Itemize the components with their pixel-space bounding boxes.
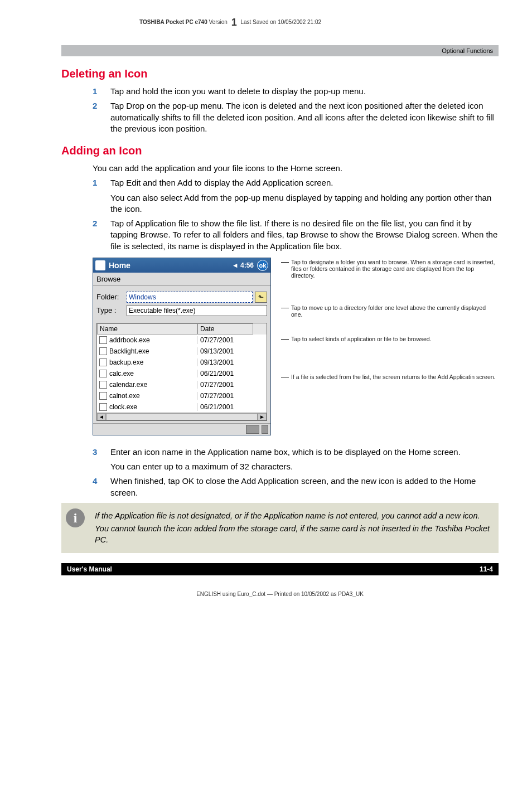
annotation-folder: Tap to designate a folder you want to br… — [281, 259, 499, 279]
file-icon — [99, 347, 107, 355]
scroll-right-button[interactable]: ► — [258, 413, 267, 420]
table-row[interactable]: addrbook.exe07/27/2001 — [97, 335, 267, 346]
step-text: When finished, tap OK to close the Add A… — [110, 476, 499, 498]
file-date: 09/13/2001 — [197, 358, 253, 366]
scroll-left-button[interactable]: ◄ — [97, 413, 106, 420]
table-row[interactable]: calendar.exe07/27/2001 — [97, 379, 267, 390]
step-text: Enter an icon name in the Application na… — [110, 447, 499, 458]
file-name: calnot.exe — [109, 392, 140, 400]
saved-info: Last Saved on 10/05/2002 21:02 — [240, 19, 321, 25]
type-label: Type : — [96, 306, 127, 314]
folder-label: Folder: — [96, 293, 127, 301]
step-number: 2 — [93, 218, 103, 252]
annotation-fileselect: If a file is selected from the list, the… — [281, 374, 499, 380]
adding-title: Adding an Icon — [61, 144, 499, 157]
list-item: 1 Tap and hold the icon you want to dele… — [93, 86, 499, 97]
step-number: 1 — [93, 86, 103, 97]
footer-left: User's Manual — [67, 565, 112, 573]
file-icon — [99, 381, 107, 389]
file-name: addrbook.exe — [109, 336, 150, 344]
step-number: 3 — [93, 447, 103, 473]
folder-dropdown[interactable] — [127, 292, 253, 303]
list-item: 4 When finished, tap OK to close the Add… — [93, 476, 499, 498]
file-date: 09/13/2001 — [197, 347, 253, 355]
titlebar: Home ◄ 4:56 ok — [93, 258, 270, 273]
type-dropdown[interactable] — [127, 305, 267, 316]
table-row[interactable]: calc.exe06/21/2001 — [97, 368, 267, 379]
step-number: 1 — [93, 177, 103, 215]
col-header-date[interactable]: Date — [197, 323, 253, 335]
step-text: Tap Edit and then Add to display the Add… — [110, 177, 499, 188]
version-label: Version — [209, 19, 228, 25]
step-text: Tap of Application file to show the file… — [110, 218, 499, 252]
file-date: 06/21/2001 — [197, 370, 253, 377]
window-title: Home — [109, 261, 130, 270]
sip-arrow-icon[interactable] — [262, 425, 268, 434]
file-date: 07/27/2001 — [197, 381, 253, 389]
note-text-2: You cannot launch the icon added from th… — [95, 524, 491, 545]
list-item: 2 Tap Drop on the pop-up menu. The icon … — [93, 100, 499, 134]
file-icon — [99, 358, 107, 366]
file-date: 07/27/2001 — [197, 336, 253, 344]
speaker-icon[interactable]: ◄ — [232, 261, 239, 269]
deleting-title: Deleting an Icon — [61, 67, 499, 80]
folder-up-icon: ⬑ — [258, 293, 264, 301]
callout-annotations: Tap to designate a folder you want to br… — [281, 258, 499, 435]
step-text: Tap and hold the icon you want to delete… — [110, 86, 499, 97]
file-icon — [99, 336, 107, 344]
h-scrollbar[interactable] — [106, 413, 258, 420]
start-icon[interactable] — [95, 260, 105, 270]
intro-text: You can add the application and your fil… — [93, 163, 499, 174]
file-icon — [99, 370, 107, 377]
file-icon — [99, 403, 107, 411]
clock-time: ◄ 4:56 — [232, 261, 254, 269]
table-row[interactable]: clock.exe06/21/2001 — [97, 401, 267, 413]
browse-header: Browse — [93, 273, 270, 286]
footer-bar: User's Manual 11-4 — [61, 563, 499, 575]
file-name: clock.exe — [109, 403, 137, 411]
file-name: Backlight.exe — [109, 347, 149, 355]
step-number: 4 — [93, 476, 103, 498]
list-item: 3 Enter an icon name in the Application … — [93, 447, 499, 473]
annotation-up: Tap to move up to a directory folder one… — [281, 304, 499, 318]
footer-right: 11-4 — [480, 565, 493, 573]
list-item: 1 Tap Edit and then Add to display the A… — [93, 177, 499, 215]
note-box: i If the Application file is not designa… — [61, 503, 499, 554]
section-banner: Optional Functions — [61, 45, 499, 56]
step-extra: You can enter up to a maximum of 32 char… — [110, 461, 499, 472]
step-text: Tap Drop on the pop-up menu. The icon is… — [110, 100, 499, 134]
browse-dialog-screenshot: Home ◄ 4:56 ok Browse Folder: ⬑ Type : — [93, 258, 271, 435]
info-icon: i — [66, 508, 85, 527]
file-list[interactable]: addrbook.exe07/27/2001Backlight.exe09/13… — [97, 335, 267, 413]
file-name: calendar.exe — [109, 381, 147, 389]
step-number: 2 — [93, 100, 103, 134]
keyboard-icon[interactable] — [246, 425, 259, 434]
table-row[interactable]: Backlight.exe09/13/2001 — [97, 346, 267, 357]
version-number: 1 — [231, 17, 237, 28]
note-text-1: If the Application file is not designate… — [95, 511, 491, 522]
product-name: TOSHIBA Pocket PC e740 — [139, 19, 207, 25]
step-extra: You can also select Add from the pop-up … — [110, 192, 499, 215]
table-row[interactable]: backup.exe09/13/2001 — [97, 357, 267, 368]
folder-up-button[interactable]: ⬑ — [255, 292, 267, 303]
file-icon — [99, 392, 107, 400]
file-date: 06/21/2001 — [197, 403, 253, 411]
table-row[interactable]: calnot.exe07/27/2001 — [97, 390, 267, 401]
footer-printinfo: ENGLISH using Euro_C.dot — Printed on 10… — [61, 591, 499, 597]
file-date: 07/27/2001 — [197, 392, 253, 400]
annotation-type: Tap to select kinds of application or fi… — [281, 336, 499, 342]
document-header: TOSHIBA Pocket PC e740 Version 1 Last Sa… — [139, 17, 499, 28]
file-name: backup.exe — [109, 358, 143, 366]
ok-button[interactable]: ok — [257, 260, 268, 271]
col-header-name[interactable]: Name — [97, 323, 197, 335]
list-item: 2 Tap of Application file to show the fi… — [93, 218, 499, 252]
file-name: calc.exe — [109, 370, 134, 377]
